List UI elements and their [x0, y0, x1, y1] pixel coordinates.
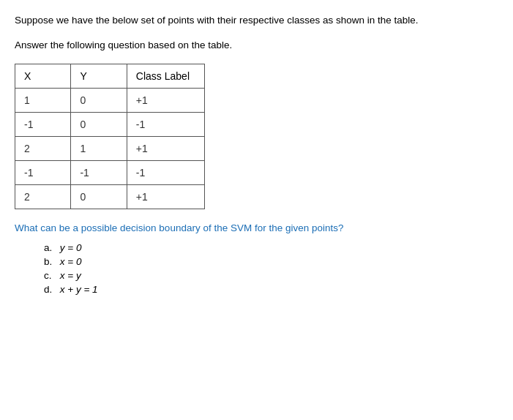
option-letter-0: a.: [44, 242, 57, 253]
data-table: X Y Class Label 10+1-10-121+1-1-1-120+1: [15, 64, 205, 209]
option-equation-3: x + y = 1: [60, 284, 98, 295]
cell-y-0: 0: [71, 88, 127, 112]
cell-x-2: 2: [15, 136, 71, 160]
option-letter-2: c.: [44, 270, 57, 281]
option-equation-1: x = 0: [60, 256, 82, 267]
list-item: d. x + y = 1: [44, 284, 498, 295]
question-text: What can be a possible decision boundary…: [15, 222, 498, 233]
list-item: a. y = 0: [44, 242, 498, 253]
list-item: b. x = 0: [44, 256, 498, 267]
table-row: 10+1: [15, 88, 205, 112]
option-letter-3: d.: [44, 284, 57, 295]
cell-x-3: -1: [15, 160, 71, 184]
options-list: a. y = 0b. x = 0c. x = yd. x + y = 1: [15, 242, 498, 295]
cell-label-3: -1: [127, 160, 204, 184]
table-row: 20+1: [15, 184, 205, 209]
table-row: 21+1: [15, 136, 205, 160]
cell-y-2: 1: [71, 136, 127, 160]
cell-label-0: +1: [127, 88, 204, 112]
cell-label-4: +1: [127, 184, 204, 209]
option-equation-2: x = y: [60, 270, 81, 281]
cell-label-1: -1: [127, 112, 204, 136]
cell-y-3: -1: [71, 160, 127, 184]
table-row: -10-1: [15, 112, 205, 136]
table-row: -1-1-1: [15, 160, 205, 184]
col-header-y: Y: [71, 64, 127, 88]
cell-label-2: +1: [127, 136, 204, 160]
intro-line1: Suppose we have the below set of points …: [15, 13, 498, 28]
intro-paragraph: Suppose we have the below set of points …: [15, 13, 498, 53]
intro-line2: Answer the following question based on t…: [15, 38, 498, 53]
option-equation-0: y = 0: [60, 242, 82, 253]
col-header-x: X: [15, 64, 71, 88]
cell-y-4: 0: [71, 184, 127, 209]
col-header-label: Class Label: [127, 64, 204, 88]
option-letter-1: b.: [44, 256, 57, 267]
cell-y-1: 0: [71, 112, 127, 136]
table-header-row: X Y Class Label: [15, 64, 205, 88]
cell-x-4: 2: [15, 184, 71, 209]
cell-x-0: 1: [15, 88, 71, 112]
cell-x-1: -1: [15, 112, 71, 136]
list-item: c. x = y: [44, 270, 498, 281]
